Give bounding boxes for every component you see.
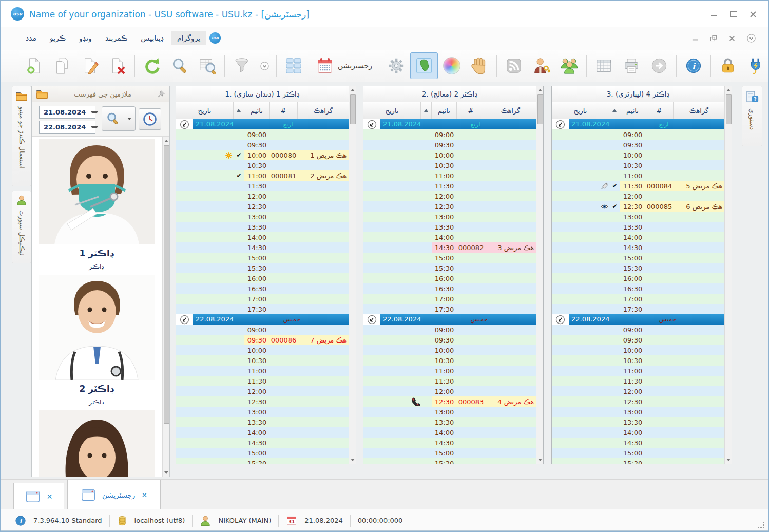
printer-button[interactable]	[618, 52, 645, 79]
time-row[interactable]: 13:00	[176, 407, 349, 417]
column-header-time[interactable]: ٽائيم	[620, 102, 645, 119]
appointment-row[interactable]: 12:30000083هڪ مريض 4	[363, 396, 536, 407]
time-row[interactable]: 13:00	[552, 212, 724, 222]
colors-button[interactable]	[438, 52, 466, 79]
column-header-client[interactable]: گراهڪ	[298, 102, 349, 119]
time-row[interactable]: 15:00	[176, 253, 349, 263]
time-row[interactable]: 09:30	[552, 140, 724, 150]
time-row[interactable]: 10:30	[552, 160, 724, 170]
tiles-button[interactable]	[280, 52, 307, 79]
date-from-input[interactable]: 21.08.2024	[39, 106, 95, 119]
column-header-number[interactable]: #	[270, 102, 298, 119]
time-row[interactable]: 13:00	[363, 212, 536, 222]
scroll-up-button[interactable]	[536, 86, 543, 94]
column-scrollbar[interactable]	[349, 86, 356, 464]
time-row[interactable]: 11:00	[552, 170, 724, 181]
column-header-sort[interactable]	[421, 102, 432, 119]
time-row[interactable]: 13:00	[363, 407, 536, 417]
appointment-row[interactable]: ✔11:30000084هڪ مريض 5	[552, 181, 724, 191]
time-row[interactable]: 13:30	[552, 222, 724, 232]
appointment-row[interactable]: ✔12:30000085هڪ مريض 6	[552, 201, 724, 212]
time-row[interactable]: 14:30	[552, 438, 724, 448]
scroll-up-button[interactable]	[163, 137, 169, 145]
column-header-time[interactable]: ٽائيم	[432, 102, 457, 119]
search-dropdown[interactable]	[124, 107, 134, 130]
date-row[interactable]: 22.08.2024خميس	[363, 314, 536, 325]
maximize-button[interactable]	[729, 11, 738, 17]
column-header-client[interactable]: گراهڪ	[674, 102, 724, 119]
column-scrollbar[interactable]	[536, 86, 543, 464]
time-row[interactable]: 16:30	[552, 283, 724, 294]
time-row[interactable]: 17:30	[363, 304, 536, 314]
day-collapse-icon[interactable]	[555, 120, 565, 129]
time-row[interactable]: 09:30	[552, 335, 724, 345]
time-row[interactable]: 10:00	[363, 345, 536, 355]
clock-button[interactable]	[139, 108, 161, 130]
time-row[interactable]: 09:30	[176, 140, 349, 150]
mdi-close-button[interactable]	[728, 35, 736, 41]
doc-new-button[interactable]	[21, 52, 48, 79]
search-button[interactable]	[166, 52, 194, 79]
time-row[interactable]: 09:00	[363, 129, 536, 140]
time-row[interactable]: 09:00	[552, 129, 724, 140]
doc-edit-button[interactable]	[76, 52, 104, 79]
time-row[interactable]: 09:00	[363, 325, 536, 335]
time-row[interactable]: 13:00	[176, 212, 349, 222]
time-row[interactable]: 15:00	[176, 448, 349, 458]
time-row[interactable]: 12:30	[552, 396, 724, 407]
map-button[interactable]	[410, 52, 438, 79]
scroll-down-button[interactable]	[349, 456, 356, 464]
sidebar-tab-tech-support[interactable]: ٽيڪنيڪل سپورٽ	[12, 191, 31, 263]
doctor-card[interactable]: ڊاڪٽر 1ڊاڪٽر	[39, 137, 155, 273]
day-collapse-icon[interactable]	[367, 120, 377, 129]
tab-window[interactable]: ✕	[13, 483, 64, 510]
column-header-sort[interactable]	[234, 102, 244, 119]
time-row[interactable]: 12:00	[363, 191, 536, 201]
time-row[interactable]: 17:00	[363, 294, 536, 304]
mdi-minimize-button[interactable]	[691, 35, 699, 41]
time-row[interactable]: 14:00	[552, 427, 724, 438]
day-collapse-icon[interactable]	[367, 315, 377, 325]
date-row[interactable]: 21.08.2024اربع	[363, 119, 536, 129]
time-row[interactable]: 10:00	[552, 150, 724, 160]
close-icon[interactable]: ✕	[141, 491, 147, 499]
appointment-row[interactable]: 09:30000086هڪ مريض 7	[176, 335, 349, 345]
time-row[interactable]: 14:30	[176, 438, 349, 448]
time-row[interactable]: 09:30	[363, 140, 536, 150]
time-row[interactable]: 17:30	[176, 304, 349, 314]
tab-registration[interactable]: رجسٽريشن✕	[67, 480, 161, 511]
toolbar-grip[interactable]	[14, 59, 17, 72]
doctor-card[interactable]: ڊاڪٽر 2ڊاڪٽر	[39, 273, 155, 408]
time-row[interactable]: 14:00	[363, 427, 536, 438]
calendar-button[interactable]: رجسٽريشن	[314, 52, 376, 79]
time-row[interactable]: 13:30	[176, 417, 349, 427]
time-row[interactable]: 10:00	[552, 345, 724, 355]
scroll-thumb[interactable]	[350, 94, 356, 124]
time-row[interactable]: 15:00	[552, 253, 724, 263]
time-row[interactable]: 10:00	[363, 150, 536, 160]
doctor-list-scrollbar[interactable]	[162, 137, 169, 477]
time-row[interactable]: 15:00	[363, 448, 536, 458]
sidebar-tab-user-menu[interactable]: استعمال ڪندڙ جو مينيو	[12, 86, 31, 186]
time-row[interactable]: 15:30	[363, 458, 536, 464]
appointment-row[interactable]: ✔10:00000080هڪ مريض 1	[176, 150, 349, 160]
time-row[interactable]: 14:00	[176, 232, 349, 242]
time-row[interactable]: 09:00	[176, 325, 349, 335]
menu-item[interactable]: ڪمربند	[99, 31, 133, 45]
gear-button[interactable]	[382, 52, 410, 79]
filter-button[interactable]	[228, 52, 256, 79]
date-row[interactable]: 21.08.2024اربع	[552, 119, 724, 129]
dropdown-circle-icon[interactable]	[746, 33, 756, 43]
doc-delete-button[interactable]	[104, 52, 131, 79]
info-button[interactable]: i	[680, 52, 707, 79]
time-row[interactable]: 11:30	[176, 181, 349, 191]
time-row[interactable]: 14:30	[552, 242, 724, 253]
scroll-down-button[interactable]	[725, 456, 732, 464]
time-row[interactable]: 11:00	[363, 170, 536, 181]
time-row[interactable]: 15:00	[363, 253, 536, 263]
time-row[interactable]: 14:30	[176, 242, 349, 253]
date-row[interactable]: 22.08.2024خميس	[552, 314, 724, 325]
time-row[interactable]: 09:00	[552, 325, 724, 335]
time-row[interactable]: 12:00	[363, 386, 536, 396]
menu-item[interactable]: ڪريو	[44, 31, 72, 45]
